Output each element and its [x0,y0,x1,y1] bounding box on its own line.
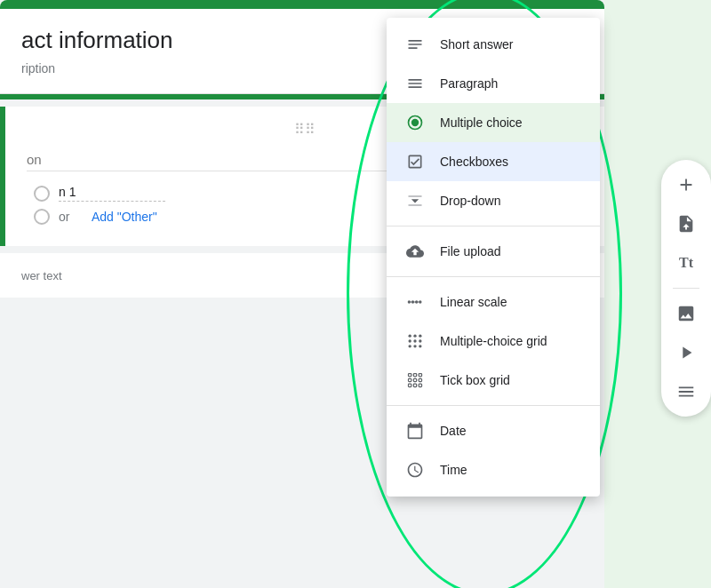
svg-rect-11 [413,339,416,342]
or-text: or [59,210,69,224]
menu-item-tick-box-grid[interactable]: Tick box grid [387,361,600,400]
svg-rect-21 [419,378,421,381]
svg-rect-17 [413,374,416,377]
svg-rect-16 [409,374,411,377]
svg-rect-24 [419,384,421,386]
dropdown-menu: Short answer Paragraph Multiple choice C… [387,18,600,497]
menu-divider-2 [387,276,600,277]
multiple-choice-grid-label: Multiple-choice grid [440,334,547,348]
short-answer-label: Short answer [440,37,513,52]
add-image-button[interactable] [668,296,704,331]
svg-rect-22 [409,384,411,386]
menu-divider-1 [387,226,600,226]
form-top-bar [0,0,604,9]
checkboxes-icon [404,151,426,172]
date-label: Date [440,424,467,438]
menu-item-short-answer[interactable]: Short answer [387,25,600,64]
svg-rect-13 [409,345,411,347]
svg-rect-14 [413,345,416,347]
svg-rect-20 [413,378,416,381]
dropdown-label: Drop-down [440,194,500,208]
menu-item-paragraph[interactable]: Paragraph [387,64,600,103]
file-upload-label: File upload [440,244,501,258]
date-icon [404,420,426,441]
paragraph-label: Paragraph [440,76,498,91]
multiple-choice-grid-icon [404,330,426,352]
svg-rect-12 [419,339,421,342]
menu-divider-3 [387,405,600,406]
menu-item-file-upload[interactable]: File upload [387,232,600,271]
radio-circle-other [34,209,50,225]
title-text-button[interactable]: Tt [668,245,704,281]
dropdown-icon [404,190,426,211]
svg-rect-19 [409,378,411,381]
svg-rect-8 [413,335,416,338]
option-text-1: n 1 [59,185,165,202]
toolbar-divider-1 [673,288,699,289]
linear-scale-icon [404,291,426,313]
multiple-choice-icon [404,112,426,133]
time-label: Time [440,463,467,477]
svg-rect-15 [419,345,421,347]
multiple-choice-label: Multiple choice [440,115,523,130]
svg-rect-10 [409,339,411,342]
svg-rect-18 [419,374,421,377]
menu-item-linear-scale[interactable]: Linear scale [387,282,600,322]
svg-rect-7 [409,335,411,338]
svg-rect-9 [419,335,421,338]
import-questions-button[interactable] [668,206,704,242]
menu-item-dropdown[interactable]: Drop-down [387,181,600,220]
menu-item-multiple-choice-grid[interactable]: Multiple-choice grid [387,322,600,361]
add-video-button[interactable] [668,335,704,370]
checkboxes-label: Checkboxes [440,155,508,169]
right-toolbar: Tt [661,160,711,417]
menu-item-multiple-choice[interactable]: Multiple choice [387,103,600,142]
add-other-link[interactable]: Add "Other" [92,210,157,224]
paragraph-icon [404,73,426,94]
add-section-button[interactable] [668,374,704,409]
svg-rect-23 [413,384,416,386]
add-question-button[interactable] [668,167,704,203]
file-upload-icon [404,241,426,262]
answer-label: wer text [21,269,62,282]
menu-item-checkboxes[interactable]: Checkboxes [387,142,600,181]
menu-item-date[interactable]: Date [387,411,600,450]
radio-circle [34,186,50,202]
short-answer-icon [404,34,426,55]
svg-point-1 [411,119,419,126]
tick-box-grid-icon [404,369,426,391]
time-icon [404,459,426,481]
tick-box-grid-label: Tick box grid [440,373,510,387]
linear-scale-label: Linear scale [440,295,507,309]
menu-item-time[interactable]: Time [387,450,600,489]
